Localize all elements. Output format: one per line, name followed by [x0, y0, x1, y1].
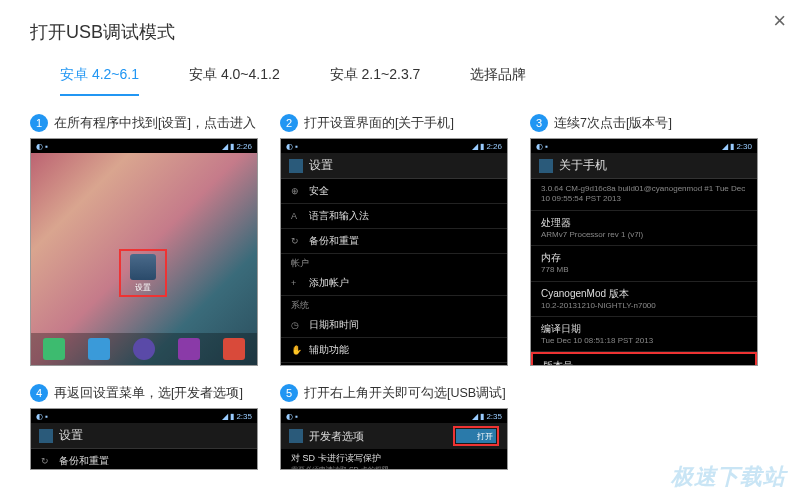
build-number-item: 版本号cm_n7000-userdebug 4.3.1 JLS36I 01ad8…: [531, 352, 757, 366]
section-header: 帐户: [281, 254, 507, 271]
modal-title: 打开USB调试模式: [30, 20, 770, 44]
status-bar: ◐ ▪ ◢ ▮ 2:35: [31, 409, 257, 423]
step-number: 1: [30, 114, 48, 132]
toggle-on: 打开: [456, 429, 496, 443]
status-bar: ◐ ▪ ◢ ▮ 2:35: [281, 409, 507, 423]
status-left-icons: ◐ ▪: [286, 412, 298, 421]
step-number: 3: [530, 114, 548, 132]
dock-phone-icon: [43, 338, 65, 360]
status-time: ◢ ▮ 2:26: [472, 142, 502, 151]
list-item: 内存778 MB: [531, 246, 757, 281]
status-left-icons: ◐ ▪: [536, 142, 548, 151]
dock-bar: [31, 333, 257, 365]
list-item: CyanogenMod 版本10.2-20131210-NIGHTLY-n700…: [531, 282, 757, 317]
list-item: ⊕安全: [281, 179, 507, 204]
dock-contacts-icon: [88, 338, 110, 360]
status-time: ◢ ▮ 2:35: [222, 412, 252, 421]
settings-app-icon: 设置: [119, 249, 167, 297]
dev-title: 开发者选项: [309, 429, 364, 444]
close-icon[interactable]: ×: [773, 8, 786, 34]
settings-label: 设置: [135, 282, 151, 293]
dev-item-label: 对 SD 卡进行读写保护: [291, 452, 497, 465]
back-icon: [289, 159, 303, 173]
watermark: 极速下载站: [671, 462, 786, 492]
dock-browser-icon: [223, 338, 245, 360]
step-text: 在所有程序中找到[设置]，点击进入: [54, 115, 256, 132]
tab-bar: 安卓 4.2~6.1 安卓 4.0~4.1.2 安卓 2.1~2.3.7 选择品…: [30, 66, 770, 96]
settings-list: ⊕安全 A语言和输入法 ↻备份和重置 帐户 +添加帐户 系统 ◷日期和时间 ✋辅…: [281, 179, 507, 366]
step-1: 1 在所有程序中找到[设置]，点击进入 ◐ ▪ ◢ ▮ 2:26 设置: [30, 114, 262, 366]
list-item: ✋辅助功能: [281, 338, 507, 363]
step-text: 连续7次点击[版本号]: [554, 115, 672, 132]
accessibility-icon: ✋: [291, 345, 301, 355]
list-item: A语言和输入法: [281, 204, 507, 229]
about-titlebar: 关于手机: [531, 153, 757, 179]
status-left-icons: ◐ ▪: [36, 412, 48, 421]
phone-screenshot-dev-options: ◐ ▪ ◢ ▮ 2:35 开发者选项 打开 对 SD 卡进行读写保护 需要必须申…: [280, 408, 508, 470]
list-item: ↻备份和重置: [31, 449, 257, 470]
section-header: 系统: [281, 296, 507, 313]
dev-item-sub: 需要必须申请读取 SD 卡的权限: [291, 465, 497, 470]
step-number: 5: [280, 384, 298, 402]
status-left-icons: ◐ ▪: [36, 142, 48, 151]
settings-title: 设置: [59, 427, 83, 444]
status-bar: ◐ ▪ ◢ ▮ 2:30: [531, 139, 757, 153]
security-icon: ⊕: [291, 186, 301, 196]
steps-container: 1 在所有程序中找到[设置]，点击进入 ◐ ▪ ◢ ▮ 2:26 设置: [30, 114, 770, 470]
step-number: 2: [280, 114, 298, 132]
settings-icon: [130, 254, 156, 280]
list-item: 处理器ARMv7 Processor rev 1 (v7l): [531, 211, 757, 246]
list-item: ◷日期和时间: [281, 313, 507, 338]
list-item: ↻备份和重置: [281, 229, 507, 254]
step-4: 4 再返回设置菜单，选[开发者选项] ◐ ▪ ◢ ▮ 2:35 设置 ↻备份和重…: [30, 384, 262, 470]
phone-screenshot-settings: ◐ ▪ ◢ ▮ 2:26 设置 ⊕安全 A语言和输入法 ↻备份和重置 帐户 +添…: [280, 138, 508, 366]
tab-android-40-412[interactable]: 安卓 4.0~4.1.2: [189, 66, 280, 96]
list-item: 3.0.64 CM-g9d16c8a build01@cyanogenmod #…: [531, 179, 757, 211]
status-time: ◢ ▮ 2:26: [222, 142, 252, 151]
back-icon: [289, 429, 303, 443]
status-bar: ◐ ▪ ◢ ▮ 2:26: [281, 139, 507, 153]
settings-title: 设置: [309, 157, 333, 174]
settings-titlebar: 设置: [281, 153, 507, 179]
dev-toggle: 打开: [453, 426, 499, 446]
list-item: #超级用户: [281, 363, 507, 366]
step-text: 打开设置界面的[关于手机]: [304, 115, 454, 132]
status-time: ◢ ▮ 2:35: [472, 412, 502, 421]
clock-icon: ◷: [291, 320, 301, 330]
language-icon: A: [291, 211, 301, 221]
step-3: 3 连续7次点击[版本号] ◐ ▪ ◢ ▮ 2:30 关于手机 3.0.64 C…: [530, 114, 762, 366]
status-time: ◢ ▮ 2:30: [722, 142, 752, 151]
step-text: 打开右上角开关即可勾选[USB调试]: [304, 385, 506, 402]
step-2: 2 打开设置界面的[关于手机] ◐ ▪ ◢ ▮ 2:26 设置 ⊕安全 A语言和…: [280, 114, 512, 366]
back-icon: [539, 159, 553, 173]
back-icon: [39, 429, 53, 443]
list-item: 编译日期Tue Dec 10 08:51:18 PST 2013: [531, 317, 757, 352]
step-5: 5 打开右上角开关即可勾选[USB调试] ◐ ▪ ◢ ▮ 2:35 开发者选项 …: [280, 384, 760, 470]
status-bar: ◐ ▪ ◢ ▮ 2:26: [31, 139, 257, 153]
about-list: 3.0.64 CM-g9d16c8a build01@cyanogenmod #…: [531, 179, 757, 366]
dock-apps-icon: [133, 338, 155, 360]
tab-android-21-237[interactable]: 安卓 2.1~2.3.7: [330, 66, 421, 96]
dev-titlebar: 开发者选项 打开: [281, 423, 507, 449]
settings-titlebar: 设置: [31, 423, 257, 449]
step-text: 再返回设置菜单，选[开发者选项]: [54, 385, 243, 402]
phone-screenshot-about: ◐ ▪ ◢ ▮ 2:30 关于手机 3.0.64 CM-g9d16c8a bui…: [530, 138, 758, 366]
step-number: 4: [30, 384, 48, 402]
backup-icon: ↻: [41, 456, 51, 466]
usb-debug-modal: × 打开USB调试模式 安卓 4.2~6.1 安卓 4.0~4.1.2 安卓 2…: [0, 0, 800, 500]
about-title: 关于手机: [559, 157, 607, 174]
backup-icon: ↻: [291, 236, 301, 246]
list-item: +添加帐户: [281, 271, 507, 296]
dock-sms-icon: [178, 338, 200, 360]
phone-screenshot-home: ◐ ▪ ◢ ▮ 2:26 设置: [30, 138, 258, 366]
tab-android-42-61[interactable]: 安卓 4.2~6.1: [60, 66, 139, 96]
status-left-icons: ◐ ▪: [286, 142, 298, 151]
phone-screenshot-settings-back: ◐ ▪ ◢ ▮ 2:35 设置 ↻备份和重置: [30, 408, 258, 470]
add-icon: +: [291, 278, 301, 288]
tab-select-brand[interactable]: 选择品牌: [470, 66, 526, 96]
